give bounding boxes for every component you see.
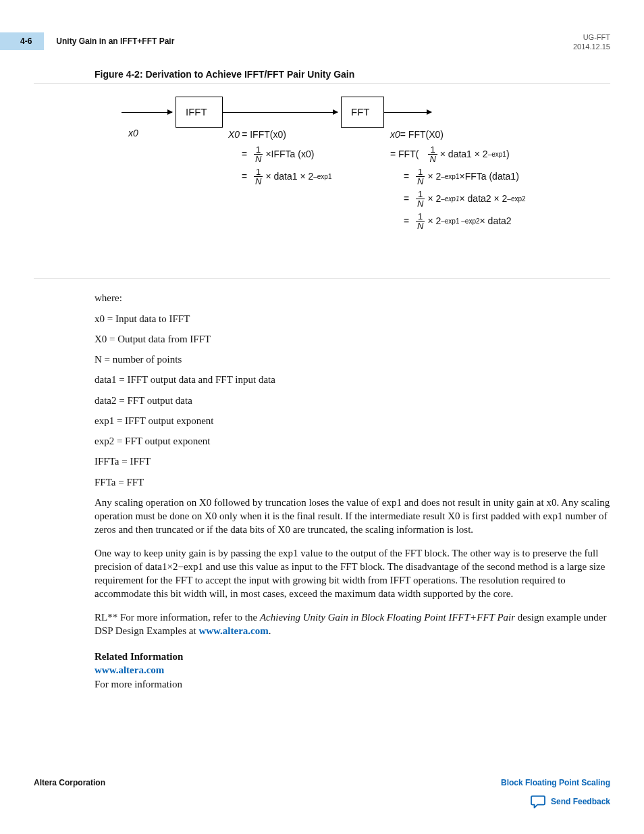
fft-box: FFT: [341, 97, 384, 128]
fraction-icon: 1N: [415, 212, 425, 230]
rule-bottom: [34, 278, 610, 279]
arrow-out-fft: [384, 112, 431, 113]
def-iffta: IFFTa = IFFT: [95, 454, 610, 468]
fft-eq5-mid: × 2: [427, 215, 441, 228]
related-info-heading: Related Information: [95, 650, 610, 663]
doc-date: 2014.12.15: [573, 42, 610, 51]
ifft-eq2: ×IFFTa (x0): [265, 148, 314, 161]
doc-id: UG-FFT: [573, 32, 610, 42]
fft-eq5-exp: –exp1 –exp2: [441, 217, 479, 226]
speech-bubble-icon: [531, 795, 545, 808]
arrow-into-ifft: [122, 112, 172, 113]
fft-eq2-pre: = FFT(: [390, 148, 419, 161]
fft-eq5-post: × data2: [480, 215, 512, 228]
def-exp1: exp1 = IFFT output exponent: [95, 414, 610, 427]
header-section-title: Unity Gain in an IFFT+FFT Pair: [56, 36, 174, 47]
where-label: where:: [95, 291, 610, 305]
chapter-link[interactable]: Block Floating Point Scaling: [501, 778, 610, 787]
fft-eq4-exp1: –exp1: [441, 194, 459, 204]
def-x0: x0 = Input data to IFFT: [95, 312, 610, 325]
altera-link-inline[interactable]: www.altera.com: [198, 625, 268, 636]
fft-eq4-post: × data2 × 2: [460, 192, 508, 205]
paragraph-2: One way to keep unity gain is by passing…: [95, 546, 610, 601]
figure-diagram: IFFT FFT x0 X0 = IFFT(x0) = 1N ×IFFTa (x…: [81, 93, 610, 269]
p3-italic: Achieving Unity Gain in Block Floating P…: [260, 612, 515, 623]
fft-eq3-post: ×FFTa (data1): [460, 170, 519, 183]
def-N: N = number of points: [95, 353, 610, 366]
header-left: 4-6 Unity Gain in an IFFT+FFT Pair: [34, 32, 174, 50]
def-ffta: FFTa = FFT: [95, 475, 610, 489]
figure-caption: Figure 4-2: Derivation to Achieve IFFT/F…: [95, 68, 610, 81]
paragraph-1: Any scaling operation on X0 followed by …: [95, 496, 610, 537]
ifft-eq3: × data1 × 2: [265, 170, 313, 183]
fft-eq1: = FFT(X0): [400, 128, 444, 141]
page-number-badge: 4-6: [0, 32, 44, 50]
definitions-list: where: x0 = Input data to IFFT X0 = Outp…: [95, 291, 610, 489]
fft-eq3-mid: × 2: [427, 170, 441, 183]
ifft-eq3-exp: –exp1: [313, 172, 331, 182]
fft-eq-lhs: x0: [390, 128, 400, 141]
header-right: UG-FFT 2014.12.15: [573, 32, 610, 52]
page-header: 4-6 Unity Gain in an IFFT+FFT Pair UG-FF…: [34, 32, 610, 52]
fraction-icon: 1N: [253, 167, 263, 186]
fraction-icon: 1N: [427, 145, 437, 163]
def-data1: data1 = IFFT output data and FFT input d…: [95, 373, 610, 386]
rule-top: [34, 83, 610, 84]
footer-corp: Altera Corporation: [34, 777, 105, 788]
def-exp2: exp2 = FFT output exponent: [95, 434, 610, 448]
page-footer: Altera Corporation Block Floating Point …: [34, 777, 610, 808]
arrow-ifft-to-fft: [223, 112, 338, 113]
fft-eq2-exp: –exp1: [488, 150, 506, 159]
related-info-sub: For more information: [95, 677, 610, 691]
fraction-icon: 1N: [415, 190, 425, 208]
fft-eq4-exp2: –exp2: [507, 194, 525, 204]
body-content: where: x0 = Input data to IFFT X0 = Outp…: [95, 291, 610, 691]
fft-eq3-exp: –exp1: [441, 172, 459, 182]
def-data2: data2 = FFT output data: [95, 394, 610, 407]
altera-link[interactable]: www.altera.com: [95, 664, 164, 675]
ifft-eq-lhs: X0: [228, 128, 240, 141]
fft-equations: x0 = FFT(X0) = FFT( 1N × data1 × 2 –exp1…: [390, 124, 620, 234]
fraction-icon: 1N: [415, 167, 425, 186]
ifft-equations: X0 = IFFT(x0) = 1N ×IFFTa (x0) = 1N × da…: [228, 124, 363, 190]
fraction-icon: 1N: [253, 145, 263, 163]
fft-eq2-post: ): [506, 148, 510, 161]
paragraph-3: RL** For more information, refer to the …: [95, 610, 610, 638]
send-feedback-link[interactable]: Send Feedback: [501, 795, 610, 808]
p3-end: .: [269, 625, 271, 636]
p3-pre: RL** For more information, refer to the: [95, 612, 260, 623]
def-X0: X0 = Output data from IFFT: [95, 332, 610, 346]
send-feedback-label[interactable]: Send Feedback: [551, 796, 610, 807]
ifft-eq1: = IFFT(x0): [242, 128, 286, 141]
fft-eq4-mid: × 2: [427, 192, 441, 205]
ifft-box: IFFT: [176, 97, 223, 128]
fft-eq2-mid: × data1 × 2: [440, 148, 488, 161]
label-x0-input: x0: [128, 127, 138, 140]
